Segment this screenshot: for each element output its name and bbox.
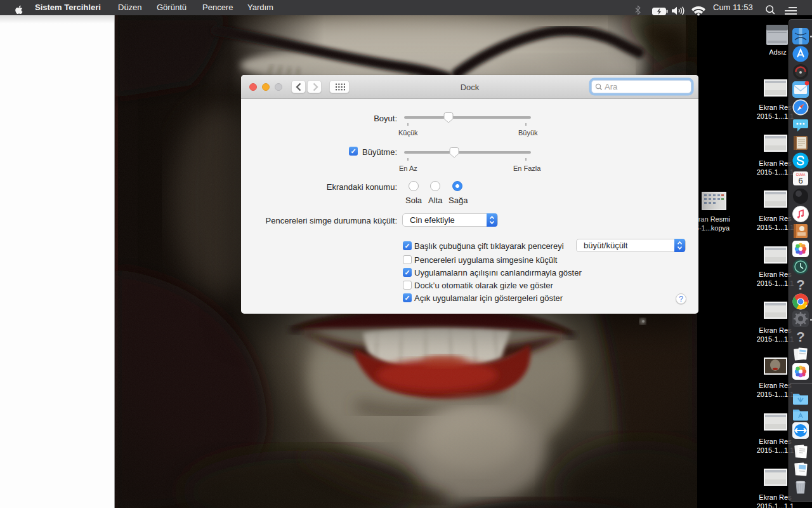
svg-text:?: ? <box>796 329 804 345</box>
svg-text:6: 6 <box>798 176 802 185</box>
svg-text:?: ? <box>796 277 804 293</box>
